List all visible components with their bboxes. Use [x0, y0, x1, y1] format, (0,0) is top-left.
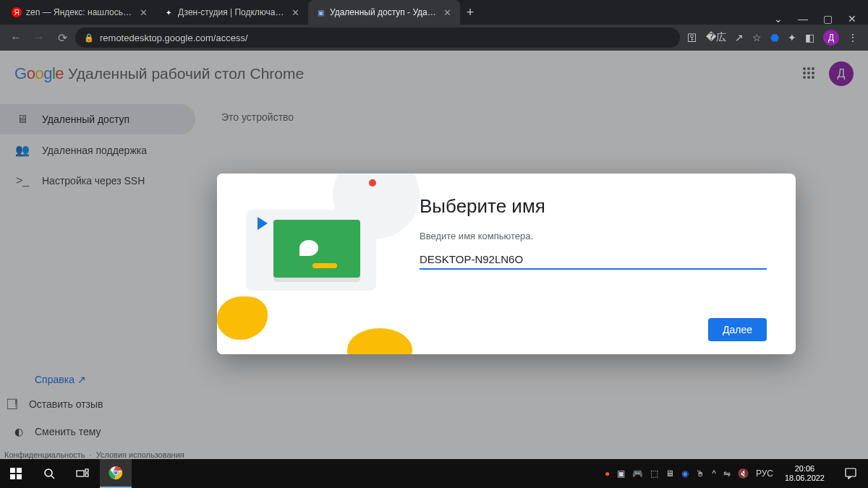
clock-time: 20:06 — [785, 464, 825, 474]
reload-button[interactable]: ⟳ — [52, 27, 72, 48]
notifications-button[interactable] — [836, 459, 865, 488]
close-icon[interactable]: ✕ — [442, 7, 453, 18]
close-icon[interactable]: ✕ — [290, 7, 301, 18]
volume-icon[interactable]: 🔇 — [738, 468, 749, 479]
svg-line-5 — [51, 476, 54, 479]
tray-icon[interactable]: 🎮 — [632, 468, 643, 479]
svg-rect-12 — [846, 468, 856, 476]
browser-tab-3[interactable]: ▣ Удаленный доступ - Удаленный ✕ — [308, 0, 460, 25]
toolbar-icons: ⚿ �広 ↗ ☆ ⬣ ✦ ◧ Д ⋮ — [683, 30, 862, 46]
forward-button[interactable]: → — [29, 27, 49, 48]
svg-rect-8 — [85, 474, 88, 476]
page-content: Google Удаленный рабочий стол Chrome Д 🖥… — [0, 51, 868, 459]
svg-rect-7 — [85, 469, 88, 472]
browser-tab-1[interactable]: Я zen — Яндекс: нашлось 12 млн ✕ — [4, 0, 156, 25]
svg-rect-6 — [77, 471, 84, 476]
install-icon[interactable]: �広 — [706, 31, 726, 44]
close-icon[interactable]: ✕ — [138, 7, 149, 18]
tray-icon[interactable]: 🖱 — [696, 468, 705, 479]
tray-icon[interactable]: ▣ — [617, 468, 625, 479]
lock-icon: 🔒 — [84, 33, 94, 43]
window-controls: ⌄ ― ▢ ✕ — [762, 13, 868, 25]
new-tab-button[interactable]: + — [460, 0, 480, 25]
tray-chevron-icon[interactable]: ^ — [712, 468, 716, 479]
dialog-hint: Введите имя компьютера. — [420, 231, 767, 241]
tray-icon[interactable]: ● — [605, 468, 610, 479]
dialog-title: Выберите имя — [420, 195, 767, 218]
next-button[interactable]: Далее — [708, 318, 767, 341]
windows-taskbar: ● ▣ 🎮 ⬚ 🖥 ◉ 🖱 ^ ⇋ 🔇 РУС 20:06 18.06.2022 — [0, 459, 868, 488]
tab-title: Дзен-студия | Подключаемся к — [178, 7, 286, 17]
url-field[interactable]: 🔒 remotedesktop.google.com/access/ — [75, 27, 680, 48]
key-icon[interactable]: ⚿ — [687, 32, 697, 43]
tab-title: Удаленный доступ - Удаленный — [330, 7, 438, 17]
search-button[interactable] — [33, 459, 65, 488]
svg-rect-2 — [10, 474, 15, 479]
tray-icon[interactable]: ⬚ — [650, 468, 658, 479]
system-tray: ● ▣ 🎮 ⬚ 🖥 ◉ 🖱 ^ ⇋ 🔇 РУС 20:06 18.06.2022 — [605, 459, 868, 488]
lang-indicator[interactable]: РУС — [756, 468, 773, 479]
chevron-down-icon[interactable]: ⌄ — [773, 13, 784, 25]
svg-rect-0 — [10, 468, 15, 473]
maximize-icon[interactable]: ▢ — [822, 13, 833, 25]
tray-icon[interactable]: 🖥 — [665, 468, 674, 479]
tab-strip: Я zen — Яндекс: нашлось 12 млн ✕ ✦ Дзен-… — [0, 0, 762, 25]
close-window-icon[interactable]: ✕ — [846, 13, 858, 25]
shield-icon[interactable]: ⬣ — [770, 32, 779, 43]
dialog-illustration — [217, 174, 405, 354]
computer-name-input[interactable] — [420, 250, 767, 270]
browser-titlebar: Я zen — Яндекс: нашлось 12 млн ✕ ✦ Дзен-… — [0, 0, 868, 25]
profile-avatar[interactable]: Д — [823, 30, 839, 46]
address-bar: ← → ⟳ 🔒 remotedesktop.google.com/access/… — [0, 25, 868, 51]
extensions-icon[interactable]: ✦ — [788, 32, 796, 43]
minimize-icon[interactable]: ― — [797, 13, 809, 25]
favicon-remotedesktop: ▣ — [315, 7, 326, 17]
svg-rect-3 — [17, 474, 22, 479]
clock-date: 18.06.2022 — [785, 474, 825, 483]
back-button[interactable]: ← — [6, 27, 26, 48]
bookmark-icon[interactable]: ☆ — [752, 32, 762, 43]
svg-point-11 — [114, 471, 118, 475]
name-computer-dialog: Выберите имя Введите имя компьютера. Дал… — [217, 174, 796, 354]
puzzle-icon[interactable]: ◧ — [805, 32, 814, 43]
clock[interactable]: 20:06 18.06.2022 — [780, 464, 829, 483]
tab-title: zen — Яндекс: нашлось 12 млн — [26, 7, 134, 17]
svg-rect-1 — [17, 468, 22, 473]
share-icon[interactable]: ↗ — [735, 32, 744, 43]
start-button[interactable] — [0, 459, 32, 488]
taskview-button[interactable] — [67, 459, 98, 488]
favicon-yandex: Я — [12, 7, 22, 17]
wifi-icon[interactable]: ⇋ — [723, 468, 731, 479]
favicon-zen: ✦ — [163, 7, 174, 17]
svg-point-4 — [45, 469, 52, 476]
url-text: remotedesktop.google.com/access/ — [100, 33, 248, 43]
tray-icon[interactable]: ◉ — [681, 468, 689, 479]
taskbar-chrome[interactable] — [100, 459, 132, 488]
menu-icon[interactable]: ⋮ — [848, 32, 858, 43]
browser-tab-2[interactable]: ✦ Дзен-студия | Подключаемся к ✕ — [156, 0, 308, 25]
